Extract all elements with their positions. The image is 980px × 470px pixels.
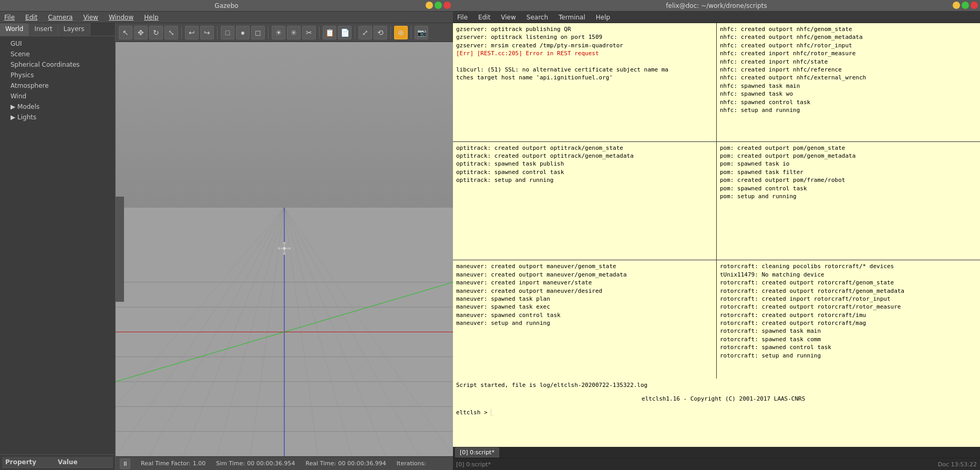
tab-layers[interactable]: Layers xyxy=(58,23,90,36)
gazebo-minimize-button[interactable] xyxy=(426,2,433,9)
tree-item-scene[interactable]: Scene xyxy=(0,49,115,59)
terminal-line: nhfc: created outport nhfc/genom_metadat… xyxy=(720,33,977,41)
terminal-window: felix@doc: ~/work/drone/scripts File Edi… xyxy=(453,0,980,470)
terminal-line: rotorcraft: setup and running xyxy=(720,352,977,360)
menu-edit[interactable]: Edit xyxy=(23,13,39,22)
tree-item-gui[interactable]: GUI xyxy=(0,38,115,49)
tab-insert[interactable]: Insert xyxy=(29,23,58,36)
terminal-menu-file[interactable]: File xyxy=(455,13,470,22)
screenshot-button[interactable]: 📷 xyxy=(415,26,428,39)
terminal-menu-search[interactable]: Search xyxy=(524,13,550,22)
iterations-label: Iterations: xyxy=(397,460,426,467)
undo-button[interactable]: ↩ xyxy=(185,26,199,39)
terminal-line: pom: created outport pom/genom_state xyxy=(720,144,977,152)
gazebo-close-button[interactable] xyxy=(443,2,451,9)
terminal-line: pom: spawned task filter xyxy=(720,168,977,176)
terminal-menu-help[interactable]: Help xyxy=(594,13,612,22)
move-tool-button[interactable]: ✥ xyxy=(134,26,148,39)
gazebo-maximize-button[interactable] xyxy=(435,2,442,9)
terminal-tab-bar: [0] 0:script* xyxy=(453,447,980,458)
real-time: Real Time: 00 00:00:36.994 xyxy=(306,460,386,467)
terminal-line: nhfc: created inport nhfc/reference xyxy=(720,66,977,74)
terminal-menu-terminal[interactable]: Terminal xyxy=(556,13,587,22)
terminal-line xyxy=(456,402,977,409)
terminal-maximize-button[interactable] xyxy=(962,2,969,9)
terminal-line: maneuver: setup and running xyxy=(456,319,713,327)
terminal-menu-view[interactable]: View xyxy=(499,13,518,22)
terminal-line xyxy=(456,58,713,66)
terminal-pane-6[interactable]: rotorcraft: cleaning pocolibs rotorcraft… xyxy=(717,260,980,379)
box-button[interactable]: □ xyxy=(221,26,234,39)
terminal-pane-4[interactable]: pom: created outport pom/genom_state pom… xyxy=(717,142,980,260)
terminal-line: maneuver: spawned control task xyxy=(456,311,713,319)
terminal-line: rotorcraft: spawned task main xyxy=(720,327,977,335)
terminal-line: libcurl: (51) SSL: no alternative certif… xyxy=(456,66,713,74)
align2-button[interactable]: ⟲ xyxy=(374,26,387,39)
tab-world[interactable]: World xyxy=(0,23,29,36)
svg-point-26 xyxy=(283,252,286,255)
point-light-button[interactable]: ☀ xyxy=(272,26,285,39)
terminal-shell[interactable]: Script started, file is log/eltclsh-2020… xyxy=(453,379,980,447)
copy-button[interactable]: 📋 xyxy=(323,26,336,39)
snap-button[interactable]: ⊕ xyxy=(394,26,408,39)
spot-light-button[interactable]: ✳ xyxy=(287,26,301,39)
real-time-value: 00 00:00:36.994 xyxy=(338,460,386,467)
terminal-close-button[interactable] xyxy=(971,2,978,9)
tree-item-lights[interactable]: ▶ Lights xyxy=(0,112,115,122)
real-time-factor-value: 1.00 xyxy=(193,460,206,467)
viewport-3d[interactable] xyxy=(116,42,453,456)
menu-help[interactable]: Help xyxy=(142,13,160,22)
terminal-line: rotorcraft: created outport rotorcraft/m… xyxy=(720,319,977,327)
terminal-tab-script[interactable]: [0] 0:script* xyxy=(455,447,499,457)
align-button[interactable]: ⤢ xyxy=(358,26,372,39)
menu-camera[interactable]: Camera xyxy=(46,13,75,22)
tree-item-wind[interactable]: Wind xyxy=(0,91,115,101)
tree-item-spherical[interactable]: Spherical Coordinates xyxy=(0,59,115,70)
menu-file[interactable]: File xyxy=(2,13,17,22)
terminal-line: maneuver: spawned task plan xyxy=(456,295,713,303)
gazebo-title: Gazebo xyxy=(214,2,238,9)
terminal-line: nhfc: created outport nhfc/external_wren… xyxy=(720,74,977,81)
tree-item-models[interactable]: ▶ Models xyxy=(0,101,115,112)
pause-button[interactable]: ⏸ xyxy=(120,458,130,469)
tree-item-atmosphere-label: Atmosphere xyxy=(11,82,49,89)
scale-tool-button[interactable]: ⤡ xyxy=(164,26,178,39)
redo-button[interactable]: ↪ xyxy=(200,26,214,39)
terminal-prompt-line: eltclsh > █ xyxy=(456,409,977,416)
menu-window[interactable]: Window xyxy=(107,13,136,22)
terminal-pane-1[interactable]: gzserver: optitrack publishing QR gzserv… xyxy=(453,23,716,141)
select-tool-button[interactable]: ↖ xyxy=(119,26,132,39)
property-col2: Value xyxy=(58,458,78,466)
terminal-line: tches target host name 'api.ignitionfuel… xyxy=(456,74,713,81)
toolbar-sep6 xyxy=(390,26,391,39)
terminal-line: pom: created outport pom/genom_metadata xyxy=(720,152,977,160)
paste-button[interactable]: 📄 xyxy=(338,26,352,39)
tree-item-physics[interactable]: Physics xyxy=(0,70,115,80)
terminal-line: nhfc: setup and running xyxy=(720,106,977,114)
terminal-pane-2[interactable]: nhfc: created outport nhfc/genom_state n… xyxy=(717,23,980,141)
toolbar-sep5 xyxy=(355,26,355,39)
menu-view[interactable]: View xyxy=(81,13,100,22)
cylinder-button[interactable]: ◻ xyxy=(251,26,265,39)
drone-model xyxy=(278,242,291,257)
terminal-line: eltclsh1.16 - Copyright (C) 2001-2017 LA… xyxy=(456,395,977,402)
terminal-line: maneuver: created outport maneuver/desir… xyxy=(456,287,713,295)
terminal-status-left: [0] 0:script* xyxy=(456,461,491,468)
drone-icon xyxy=(278,242,291,255)
dir-light-button[interactable]: ✂ xyxy=(302,26,316,39)
terminal-status-right: Doc 13:53:22 xyxy=(938,461,977,468)
tree-item-atmosphere[interactable]: Atmosphere xyxy=(0,80,115,91)
terminal-pane-3[interactable]: optitrack: created outport optitrack/gen… xyxy=(453,142,716,260)
terminal-error-line: [Err] [REST.cc:205] Error in REST reques… xyxy=(456,49,713,57)
rotate-tool-button[interactable]: ↻ xyxy=(149,26,163,39)
status-bar: ⏸ Real Time Factor: 1.00 Sim Time: 00 00… xyxy=(116,456,453,470)
sim-time-value: 00 00:00:36.954 xyxy=(247,460,295,467)
sphere-button[interactable]: ● xyxy=(236,26,250,39)
terminal-line: pom: created outport pom/frame/robot xyxy=(720,176,977,184)
gazebo-title-bar: Gazebo xyxy=(0,0,453,12)
terminal-menu-edit[interactable]: Edit xyxy=(476,13,492,22)
terminal-line: optitrack: spawned control task xyxy=(456,168,713,176)
svg-point-24 xyxy=(283,247,286,250)
terminal-pane-5[interactable]: maneuver: created outport maneuver/genom… xyxy=(453,260,716,379)
terminal-minimize-button[interactable] xyxy=(953,2,960,9)
